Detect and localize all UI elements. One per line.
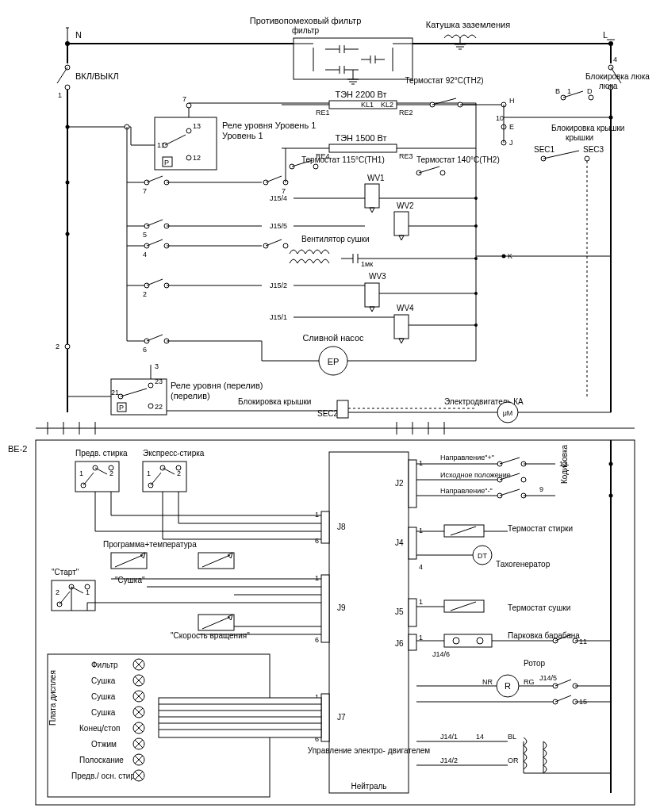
svg-point-95 (609, 116, 613, 120)
lid-lock2: Блокировка крышки (238, 397, 311, 406)
svg-point-175 (474, 224, 478, 228)
svg-text:6: 6 (315, 636, 319, 644)
svg-text:7: 7 (143, 187, 147, 195)
svg-text:P: P (119, 404, 124, 412)
svg-text:OR: OR (508, 756, 519, 764)
svg-text:2: 2 (143, 290, 147, 298)
svg-text:J15/5: J15/5 (270, 222, 287, 230)
svg-text:J6: J6 (395, 639, 404, 648)
be2-label: BE-2 (8, 444, 27, 454)
heater-2200: ТЭН 2200 Вт (335, 90, 386, 99)
svg-point-304 (521, 477, 526, 482)
svg-text:J15/1: J15/1 (270, 313, 287, 321)
svg-text:Управление электро- двигателем: Управление электро- двигателем (308, 746, 431, 755)
panel-title: Плата дисплея (48, 670, 57, 726)
svg-line-117 (147, 176, 163, 182)
svg-point-108 (313, 164, 318, 169)
svg-text:Сушка: Сушка (91, 676, 116, 685)
svg-text:Тахогенератор: Тахогенератор (496, 560, 551, 569)
prewash-label: Предв. стирка (75, 449, 128, 458)
svg-text:люка: люка (599, 82, 618, 90)
svg-text:Сушка: Сушка (91, 692, 116, 701)
svg-text:RE1: RE1 (316, 109, 330, 117)
svg-text:WV4: WV4 (397, 304, 414, 312)
svg-rect-327 (444, 634, 492, 647)
svg-text:WV2: WV2 (397, 201, 414, 210)
svg-text:(перелив): (перелив) (171, 391, 210, 400)
fan-label: Вентилятор сушки (301, 235, 370, 243)
svg-text:1: 1 (419, 598, 423, 606)
svg-rect-286 (409, 599, 416, 626)
filter-label: Противопомеховый фильтр (250, 16, 362, 25)
svg-text:NR: NR (482, 678, 493, 686)
svg-text:2: 2 (109, 469, 113, 477)
schematic: N L ВКЛ/ВЫКЛ 4 Противопомеховый фильтр ф… (0, 0, 660, 812)
svg-point-176 (474, 257, 478, 260)
svg-text:Предв./ осн. стирка: Предв./ осн. стирка (71, 772, 144, 780)
svg-text:22: 22 (155, 403, 163, 411)
svg-text:Сушка: Сушка (91, 708, 116, 717)
svg-text:13: 13 (193, 122, 201, 130)
svg-text:J8: J8 (337, 523, 346, 531)
svg-point-199 (148, 383, 153, 388)
svg-line-185 (147, 335, 163, 341)
ribbon-cable (159, 698, 321, 737)
coding-label: Кодировка (560, 444, 569, 484)
prog-label: Программа+температура (103, 540, 197, 549)
svg-point-112 (440, 170, 445, 175)
start-label: "Старт" (52, 568, 79, 576)
svg-text:крышки: крышки (566, 133, 593, 142)
svg-text:J9: J9 (337, 603, 346, 612)
svg-text:J14/5: J14/5 (539, 674, 557, 682)
svg-text:E: E (509, 123, 514, 131)
svg-rect-209 (337, 400, 348, 418)
svg-text:J15/4: J15/4 (270, 194, 287, 202)
svg-text:Направление"+": Направление"+" (440, 454, 494, 462)
svg-text:1: 1 (419, 459, 423, 467)
svg-text:B: B (555, 87, 560, 95)
speed-label: "Скорость вращения" (171, 631, 250, 640)
svg-text:Фильтр: Фильтр (91, 661, 118, 669)
svg-text:10: 10 (496, 114, 504, 122)
svg-text:11: 11 (157, 141, 165, 149)
svg-point-98 (585, 156, 589, 161)
svg-text:2: 2 (56, 343, 59, 350)
svg-text:Конец/стоп: Конец/стоп (79, 724, 120, 733)
svg-rect-279 (409, 460, 416, 508)
svg-text:Уровень 1: Уровень 1 (222, 131, 263, 140)
svg-point-201 (148, 404, 153, 408)
onoff-label: ВКЛ/ВЫКЛ (75, 71, 119, 81)
svg-text:Отжим: Отжим (91, 740, 117, 749)
svg-text:1: 1 (79, 469, 83, 477)
svg-line-48 (563, 91, 583, 98)
svg-point-47 (589, 95, 593, 100)
svg-text:WV3: WV3 (369, 272, 386, 281)
svg-text:Ротор: Ротор (524, 659, 546, 668)
lid-lock-label: Блокировка крышки (551, 124, 624, 132)
svg-text:J14/1: J14/1 (440, 733, 458, 741)
svg-line-144 (147, 239, 163, 246)
svg-text:2: 2 (177, 469, 181, 477)
svg-text:9: 9 (539, 485, 543, 493)
svg-line-9 (57, 67, 67, 83)
svg-text:WV1: WV1 (367, 174, 385, 182)
svg-point-150 (283, 243, 288, 248)
svg-text:J2: J2 (395, 479, 404, 488)
pump-label: Сливной насос (302, 333, 364, 343)
door-lock-label: Блокировка люка (585, 72, 650, 81)
heater-1500: ТЭН 1500 Вт (335, 133, 386, 143)
svg-rect-256 (329, 452, 409, 793)
svg-text:J14/6: J14/6 (432, 650, 450, 658)
svg-text:J14/2: J14/2 (440, 756, 458, 764)
svg-text:DT: DT (478, 552, 487, 560)
svg-text:J7: J7 (337, 713, 346, 722)
terminal-n: N (75, 30, 82, 40)
svg-text:P: P (164, 159, 169, 167)
svg-text:Исходное положение: Исходное положение (440, 471, 511, 479)
svg-text:1: 1 (567, 87, 571, 95)
svg-text:Парковка барабана: Парковка барабана (508, 631, 580, 640)
svg-text:14: 14 (476, 733, 484, 741)
level-relay-label: Реле уровня Уровень 1 (222, 121, 316, 130)
svg-text:5: 5 (143, 231, 147, 239)
svg-text:1мк: 1мк (361, 260, 373, 268)
